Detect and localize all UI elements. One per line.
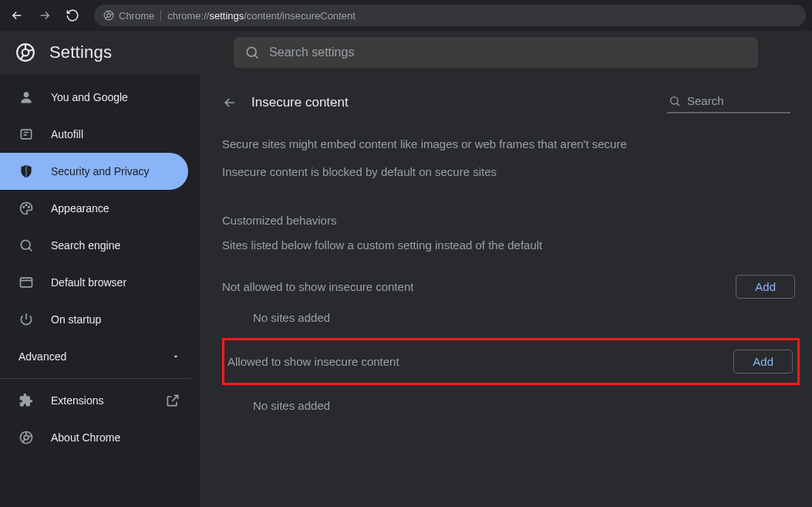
section-title-custom: Customized behaviors — [222, 214, 800, 227]
description-1: Secure sites might embed content like im… — [222, 135, 708, 154]
settings-search-input[interactable] — [269, 46, 747, 59]
forward-button[interactable] — [34, 5, 56, 26]
search-icon — [669, 95, 681, 107]
sidebar-item-on-startup[interactable]: On startup — [0, 301, 200, 338]
reload-button[interactable] — [62, 5, 83, 26]
add-not-allowed-button[interactable]: Add — [736, 275, 795, 299]
sidebar-item-label: Extensions — [51, 394, 103, 407]
reload-icon — [66, 8, 79, 22]
search-icon — [19, 238, 34, 253]
row-not-allowed: Not allowed to show insecure content Add — [222, 264, 800, 309]
row-not-allowed-label: Not allowed to show insecure content — [222, 280, 413, 293]
arrow-left-icon — [222, 95, 238, 110]
app-title: Settings — [49, 42, 112, 63]
svg-rect-11 — [21, 278, 32, 287]
sidebar-item-you-and-google[interactable]: You and Google — [0, 79, 200, 116]
sidebar-item-label: Autofill — [51, 128, 83, 140]
back-icon-button[interactable] — [222, 95, 238, 110]
svg-point-9 — [29, 207, 30, 208]
section-desc-custom: Sites listed below follow a custom setti… — [222, 236, 708, 255]
sidebar-item-autofill[interactable]: Autofill — [0, 116, 200, 153]
description-2: Insecure content is blocked by default o… — [222, 163, 708, 181]
extension-icon — [19, 393, 34, 408]
sidebar-advanced-label: Advanced — [19, 350, 66, 363]
sidebar: You and Google Autofill Security and Pri… — [0, 74, 200, 507]
svg-point-10 — [21, 240, 30, 249]
sidebar-advanced[interactable]: Advanced — [0, 338, 200, 375]
sidebar-item-label: Security and Privacy — [51, 165, 150, 177]
browser-icon — [19, 275, 34, 290]
svg-point-8 — [25, 204, 27, 206]
person-icon — [19, 90, 34, 105]
svg-point-14 — [671, 96, 678, 103]
empty-allowed: No sites added — [222, 399, 800, 412]
sidebar-item-about-chrome[interactable]: About Chrome — [0, 419, 200, 456]
page-header: Insecure content Search — [222, 91, 800, 113]
settings-appbar: Settings — [0, 31, 812, 74]
svg-point-5 — [24, 92, 29, 97]
sidebar-item-label: You and Google — [51, 91, 128, 103]
page-title: Insecure content — [251, 95, 349, 110]
svg-point-4 — [247, 47, 256, 56]
palette-icon — [19, 201, 34, 216]
chrome-logo-icon — [15, 42, 35, 63]
settings-search[interactable] — [234, 37, 758, 68]
chrome-icon — [19, 430, 34, 445]
arrow-left-icon — [10, 8, 24, 22]
arrow-right-icon — [38, 8, 52, 22]
sidebar-item-appearance[interactable]: Appearance — [0, 190, 200, 227]
shield-icon — [19, 164, 34, 179]
sidebar-item-label: Default browser — [51, 276, 126, 289]
sidebar-item-label: Appearance — [51, 202, 110, 215]
external-link-icon — [165, 393, 180, 408]
add-allowed-button[interactable]: Add — [733, 350, 793, 373]
page-search[interactable]: Search — [667, 91, 790, 113]
page-search-label: Search — [687, 94, 724, 107]
back-button[interactable] — [6, 5, 28, 26]
chrome-icon — [103, 10, 114, 21]
sidebar-item-search-engine[interactable]: Search engine — [0, 227, 200, 264]
browser-toolbar: Chrome chrome:// settings /content/insec… — [0, 0, 812, 31]
search-icon — [244, 45, 260, 60]
row-allowed: Allowed to show insecure content Add — [227, 345, 793, 378]
sidebar-item-extensions[interactable]: Extensions — [0, 382, 200, 419]
sidebar-item-label: Search engine — [51, 239, 120, 252]
highlight-allowed-section: Allowed to show insecure content Add — [222, 338, 800, 385]
url-text: chrome:// settings /content/insecureCont… — [167, 10, 355, 22]
autofill-icon — [19, 127, 34, 142]
svg-point-7 — [23, 207, 25, 208]
power-icon — [19, 312, 34, 327]
site-chip-label: Chrome — [119, 10, 154, 22]
row-allowed-label: Allowed to show insecure content — [227, 355, 399, 368]
chevron-down-icon — [171, 352, 180, 361]
address-bar[interactable]: Chrome chrome:// settings /content/insec… — [94, 5, 806, 26]
empty-not-allowed: No sites added — [222, 311, 800, 324]
sidebar-item-label: About Chrome — [51, 431, 120, 444]
sidebar-item-security-privacy[interactable]: Security and Privacy — [0, 153, 188, 190]
main-content: Insecure content Search Secure sites mig… — [200, 74, 812, 507]
sidebar-item-label: On startup — [51, 313, 101, 326]
omnibox-divider — [160, 10, 161, 21]
sidebar-item-default-browser[interactable]: Default browser — [0, 264, 200, 301]
site-chip: Chrome — [103, 10, 154, 22]
sidebar-separator — [0, 378, 191, 379]
